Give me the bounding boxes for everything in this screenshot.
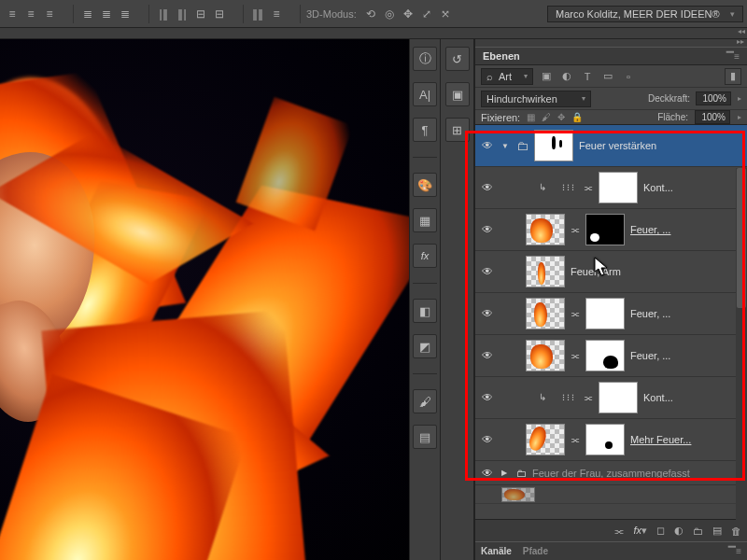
- mask-link-icon[interactable]: ⫘: [584, 393, 593, 403]
- adjustment-icon[interactable]: ◐: [674, 525, 684, 537]
- layer-name[interactable]: Kont...: [643, 392, 743, 403]
- new-layer-icon[interactable]: ▤: [712, 525, 722, 537]
- opacity-scrubber[interactable]: ▸: [738, 94, 741, 103]
- mask-icon[interactable]: ◻: [656, 525, 665, 537]
- spacing-icon-2[interactable]: ‖|: [174, 6, 190, 22]
- mask-link-icon[interactable]: ⫘: [571, 309, 580, 319]
- layer-row-partial[interactable]: [475, 485, 747, 504]
- author-field[interactable]: Marco Kolditz, MEER DER IDEEN® ▾: [547, 6, 743, 22]
- actions-panel-icon[interactable]: ▣: [445, 82, 470, 106]
- layer-group-feuer-verstaerken[interactable]: 👁 ▼ 🗀 Feuer verstärken: [475, 125, 747, 167]
- layer-thumb[interactable]: [501, 487, 535, 502]
- layer-adjustment-1[interactable]: 👁 ↳ ⫶⫶⫶ ⫘ Kont...: [475, 167, 747, 209]
- 3d-scale-icon[interactable]: ⤧: [437, 6, 454, 22]
- layer-name[interactable]: Feuer verstärken: [579, 140, 743, 151]
- lock-paint-icon[interactable]: 🖌: [542, 112, 551, 122]
- history-panel-icon[interactable]: ↺: [445, 47, 470, 71]
- brush-panel-icon[interactable]: 🖌: [413, 389, 437, 413]
- layer-mask-thumb[interactable]: [585, 298, 625, 329]
- opacity-value[interactable]: 100%: [696, 91, 731, 105]
- filter-pixel-icon[interactable]: ▣: [539, 69, 554, 84]
- adjust-mask-thumb[interactable]: [599, 172, 638, 203]
- filter-type-dropdown[interactable]: ⌕Art▾: [481, 68, 533, 85]
- layer-smart-feuer-2[interactable]: 👁 ⫘ Feuer, ... ▫: [475, 293, 747, 335]
- layer-smart-feuer-arm[interactable]: 👁 Feuer, Arm ▫: [475, 251, 747, 293]
- visibility-toggle[interactable]: 👁: [479, 223, 496, 236]
- mask-link-icon[interactable]: ⫘: [571, 225, 580, 235]
- align-icon-3[interactable]: ≡: [41, 6, 58, 22]
- spacing-icon-1[interactable]: |‖: [155, 6, 172, 22]
- align-icon-2[interactable]: ≡: [22, 6, 39, 22]
- layer-thumb[interactable]: [526, 340, 565, 371]
- paths-tab[interactable]: Pfade: [523, 546, 548, 556]
- fx-icon[interactable]: fx▾: [633, 525, 647, 537]
- character-panel-icon[interactable]: A|: [413, 82, 437, 106]
- fill-scrubber[interactable]: ▸: [738, 113, 741, 121]
- distribute-icon-1[interactable]: ≣: [79, 6, 96, 22]
- 3d-pan-icon[interactable]: ✥: [400, 6, 416, 22]
- panel-menu-icon[interactable]: ▔≡: [726, 51, 740, 62]
- lock-trans-icon[interactable]: ▦: [527, 112, 535, 122]
- visibility-toggle[interactable]: 👁: [479, 433, 496, 446]
- visibility-toggle[interactable]: 👁: [479, 467, 496, 480]
- expand-toggle[interactable]: ▶: [501, 469, 511, 477]
- layer-thumb[interactable]: [526, 298, 565, 329]
- delete-icon[interactable]: 🗑: [731, 525, 741, 537]
- 3d-orbit-icon[interactable]: ⟲: [362, 6, 379, 22]
- layer-smart-feuer-3[interactable]: 👁 ⫘ Feuer, ... ▫: [475, 335, 747, 377]
- link-layers-icon[interactable]: ⫘: [613, 525, 624, 537]
- properties-panel-icon[interactable]: ⊞: [445, 118, 470, 142]
- masks-panel-icon[interactable]: ◩: [413, 334, 437, 358]
- layer-thumb[interactable]: [526, 214, 565, 245]
- distribute-icon-3[interactable]: ≣: [117, 6, 134, 22]
- swatches-panel-icon[interactable]: ▦: [413, 208, 437, 232]
- filter-shape-icon[interactable]: ▭: [600, 69, 615, 84]
- expand-toggle[interactable]: ▼: [501, 142, 511, 150]
- styles-panel-icon[interactable]: fx: [413, 244, 437, 268]
- paragraph-panel-icon[interactable]: ¶: [413, 118, 437, 142]
- adjust-mask-thumb[interactable]: [599, 382, 638, 413]
- layer-mask-thumb[interactable]: [585, 424, 625, 455]
- distribute-icon-2[interactable]: ≣: [98, 6, 115, 22]
- layer-thumb[interactable]: [526, 256, 565, 287]
- layer-name[interactable]: Feuer, ...: [630, 224, 732, 235]
- color-panel-icon[interactable]: 🎨: [413, 173, 437, 197]
- mask-link-icon[interactable]: ⫘: [571, 351, 580, 361]
- filter-toggle[interactable]: ▮: [725, 68, 741, 85]
- lock-all-icon[interactable]: 🔒: [571, 112, 583, 122]
- layer-name[interactable]: Mehr Feuer...: [630, 434, 743, 445]
- presets-panel-icon[interactable]: ▤: [413, 425, 437, 449]
- mask-link-icon[interactable]: ⫘: [571, 435, 580, 445]
- fill-value[interactable]: 100%: [695, 110, 730, 124]
- visibility-toggle[interactable]: 👁: [479, 307, 496, 320]
- layer-adjustment-2[interactable]: 👁 ↳ ⫶⫶⫶ ⫘ Kont...: [475, 377, 747, 419]
- layer-name[interactable]: Feuer, ...: [630, 308, 732, 319]
- layer-name[interactable]: Feuer, Arm: [571, 266, 732, 277]
- align-icon-1[interactable]: ≡: [4, 6, 21, 22]
- layer-group-collapsed[interactable]: 👁 ▶ 🗀 Feuer der Frau, zusammengefasst: [475, 461, 747, 485]
- channels-tab[interactable]: Kanäle: [481, 546, 512, 556]
- filter-smart-icon[interactable]: ▫: [621, 69, 636, 84]
- mask-link-icon[interactable]: ⫘: [584, 183, 593, 193]
- layer-name[interactable]: Kont...: [643, 182, 743, 193]
- group-icon[interactable]: 🗀: [693, 525, 703, 537]
- info-panel-icon[interactable]: ⓘ: [413, 47, 437, 71]
- filter-type-icon[interactable]: T: [580, 69, 595, 84]
- layer-thumb[interactable]: [526, 424, 565, 455]
- layer-name[interactable]: Feuer, ...: [630, 350, 732, 361]
- collapse-handle[interactable]: [0, 28, 747, 39]
- channels-menu-icon[interactable]: ▔≡: [728, 546, 741, 556]
- layer-name[interactable]: Feuer der Frau, zusammengefasst: [532, 468, 743, 479]
- 3d-roll-icon[interactable]: ◎: [381, 6, 398, 22]
- visibility-toggle[interactable]: 👁: [479, 181, 496, 194]
- layers-scrollbar[interactable]: [736, 168, 747, 526]
- layer-mask-thumb[interactable]: [585, 340, 625, 371]
- visibility-toggle[interactable]: 👁: [479, 265, 496, 278]
- adjustments-panel-icon[interactable]: ◧: [413, 299, 437, 323]
- filter-adjust-icon[interactable]: ◐: [559, 69, 574, 84]
- document-canvas[interactable]: [0, 39, 409, 560]
- visibility-toggle[interactable]: 👁: [479, 349, 496, 362]
- spacing-icon-5[interactable]: ‖‖: [249, 6, 266, 22]
- spacing-icon-3[interactable]: ⊟: [192, 6, 209, 22]
- blend-mode-dropdown[interactable]: Hindurchwirken▾: [481, 91, 591, 107]
